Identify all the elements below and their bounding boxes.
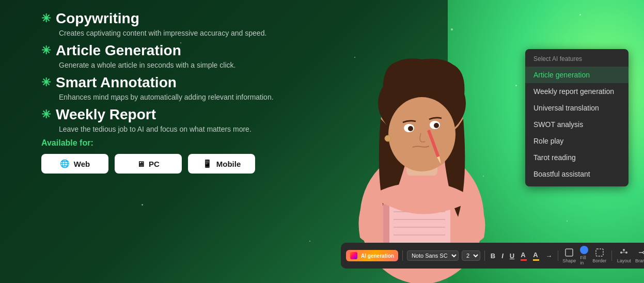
shape-button[interactable]: Shape <box>562 248 576 263</box>
copywriting-description: Creates captivating content with impress… <box>59 29 325 37</box>
copywriting-heading: Copywriting <box>56 10 139 27</box>
report-description: Leave the tedious job to AI and focus on… <box>59 125 325 133</box>
features-section: ✳ Copywriting Creates captivating conten… <box>41 10 325 174</box>
italic-button[interactable]: I <box>500 251 505 261</box>
woman-illustration-area <box>303 0 541 283</box>
feature-annotation-title-row: ✳ Smart Annotation <box>41 74 325 91</box>
shape-label: Shape <box>562 258 576 263</box>
underline-button[interactable]: U <box>508 251 516 261</box>
dropdown-item-article-label: Article generation <box>533 71 590 79</box>
dropdown-item-weekly-report[interactable]: Weekly report generation <box>525 83 629 100</box>
feature-smart-annotation: ✳ Smart Annotation Enhances mind maps by… <box>41 74 325 101</box>
svg-point-20 <box>620 251 622 254</box>
font-select[interactable]: Noto Sans SC <box>407 250 459 261</box>
svg-point-7 <box>408 126 413 131</box>
article-icon: ✳ <box>41 44 51 57</box>
dropdown-item-tarot-label: Tarot reading <box>533 153 576 162</box>
pc-label: PC <box>149 160 160 168</box>
svg-rect-18 <box>566 249 573 256</box>
text-color-label: A <box>521 251 525 259</box>
branch-button[interactable]: Branch <box>635 248 644 263</box>
border-button[interactable]: Border <box>592 248 606 263</box>
dropdown-item-tarot-reading[interactable]: Tarot reading <box>525 149 629 166</box>
toolbar: AI generation Noto Sans SC 24 B I U A A … <box>341 243 644 269</box>
dropdown-item-article-generation[interactable]: Article generation <box>525 67 629 83</box>
dropdown-item-boastful-label: Boastful assistant <box>533 170 590 178</box>
toolbar-divider-1 <box>402 250 403 261</box>
dropdown-item-swot-analysis[interactable]: SWOT analysis <box>525 116 629 133</box>
mobile-platform-button[interactable]: 📱 Mobile <box>188 154 255 174</box>
font-size-select[interactable]: 24 <box>462 250 480 261</box>
feature-article-generation: ✳ Article Generation Generate a whole ar… <box>41 42 325 69</box>
text-color-swatch <box>521 259 527 261</box>
layout-icon <box>619 248 629 257</box>
dropdown-item-swot-label: SWOT analysis <box>533 120 583 129</box>
toolbar-divider-4 <box>611 250 612 261</box>
border-label: Border <box>592 258 606 263</box>
layout-button[interactable]: Layout <box>617 248 631 263</box>
dropdown-item-weekly-label: Weekly report generation <box>533 87 614 96</box>
pc-platform-button[interactable]: 🖥 PC <box>115 154 182 174</box>
report-icon: ✳ <box>41 108 51 121</box>
svg-rect-19 <box>596 249 603 256</box>
feature-copywriting-title-row: ✳ Copywriting <box>41 10 325 27</box>
annotation-icon: ✳ <box>41 76 51 89</box>
svg-point-22 <box>625 251 627 254</box>
highlight-label: A <box>533 251 538 259</box>
toolbar-divider-3 <box>558 250 558 261</box>
feature-report-title-row: ✳ Weekly Report <box>41 106 325 123</box>
fill-label: Fill in <box>580 255 588 265</box>
available-label: Available for: <box>41 138 325 148</box>
ai-generation-label: AI generation <box>361 253 394 259</box>
feature-weekly-report: ✳ Weekly Report Leave the tedious job to… <box>41 106 325 133</box>
ai-features-dropdown: Select AI features Article generation We… <box>525 49 629 186</box>
layout-label: Layout <box>617 258 631 263</box>
dropdown-item-translation-label: Universal translation <box>533 104 599 112</box>
border-icon <box>595 248 604 257</box>
woman-illustration <box>303 0 541 283</box>
feature-copywriting: ✳ Copywriting Creates captivating conten… <box>41 10 325 37</box>
branch-icon <box>638 248 644 257</box>
report-heading: Weekly Report <box>56 106 156 123</box>
web-label: Web <box>74 160 90 168</box>
pc-icon: 🖥 <box>137 160 145 168</box>
dropdown-header: Select AI features <box>525 53 629 67</box>
svg-point-21 <box>623 249 625 251</box>
mobile-label: Mobile <box>216 160 241 168</box>
branch-label: Branch <box>635 258 644 263</box>
fill-color-dot <box>580 246 588 254</box>
shape-icon <box>564 248 574 257</box>
platform-buttons-group: 🌐 Web 🖥 PC 📱 Mobile <box>41 154 325 174</box>
highlight-button[interactable]: A <box>531 250 541 262</box>
svg-point-8 <box>434 123 439 128</box>
dropdown-item-universal-translation[interactable]: Universal translation <box>525 100 629 116</box>
dropdown-item-roleplay-label: Role play <box>533 137 563 145</box>
arrow-button[interactable]: → <box>544 251 554 261</box>
annotation-heading: Smart Annotation <box>56 74 177 91</box>
text-color-button[interactable]: A <box>519 250 528 262</box>
mobile-icon: 📱 <box>202 159 212 168</box>
ai-gen-icon <box>350 252 357 259</box>
toolbar-shapes: Shape Fill in Border Layout <box>562 246 644 265</box>
feature-article-title-row: ✳ Article Generation <box>41 42 325 59</box>
dropdown-item-role-play[interactable]: Role play <box>525 133 629 149</box>
svg-point-9 <box>385 135 391 142</box>
svg-point-4 <box>388 97 455 171</box>
fill-button[interactable]: Fill in <box>580 246 588 265</box>
article-heading: Article Generation <box>56 42 181 59</box>
dropdown-item-boastful-assistant[interactable]: Boastful assistant <box>525 166 629 182</box>
highlight-swatch <box>533 259 539 261</box>
copywriting-icon: ✳ <box>41 12 51 25</box>
web-icon: 🌐 <box>60 159 70 168</box>
ai-generation-button[interactable]: AI generation <box>346 250 398 261</box>
web-platform-button[interactable]: 🌐 Web <box>41 154 108 174</box>
bold-button[interactable]: B <box>489 251 497 261</box>
annotation-description: Enhances mind maps by automatically addi… <box>59 93 325 101</box>
article-description: Generate a whole article in seconds with… <box>59 61 325 69</box>
toolbar-divider-2 <box>484 250 485 261</box>
